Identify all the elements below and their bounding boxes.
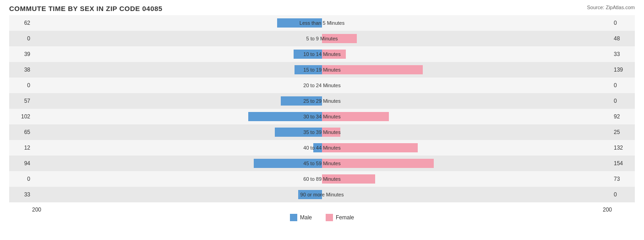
left-value: 102 — [9, 113, 32, 120]
chart-row: 0 5 to 9 Minutes 48 — [9, 31, 635, 46]
chart-row: 94 45 to 59 Minutes 154 — [9, 156, 635, 171]
row-label: 35 to 39 Minutes — [303, 129, 340, 135]
bar-section: 40 to 44 Minutes — [32, 140, 612, 156]
bar-section: 10 to 14 Minutes — [32, 46, 612, 62]
chart-row: 62 Less than 5 Minutes 0 — [9, 15, 635, 31]
right-value: 139 — [612, 67, 635, 73]
left-value: 0 — [9, 82, 32, 89]
left-value: 0 — [9, 176, 32, 182]
female-legend-label: Female — [336, 214, 354, 221]
male-legend-label: Male — [300, 214, 312, 221]
row-label: 10 to 14 Minutes — [303, 51, 340, 57]
left-value: 65 — [9, 129, 32, 135]
bar-section: 15 to 19 Minutes — [32, 62, 612, 78]
chart-row: 0 20 to 24 Minutes 0 — [9, 78, 635, 93]
chart-row: 39 10 to 14 Minutes 33 — [9, 46, 635, 62]
right-value: 25 — [612, 129, 635, 135]
left-value: 39 — [9, 51, 32, 57]
bar-section: Less than 5 Minutes — [32, 15, 612, 31]
left-value: 94 — [9, 160, 32, 167]
left-value: 0 — [9, 35, 32, 42]
chart-row: 57 25 to 29 Minutes 0 — [9, 93, 635, 109]
bar-section: 30 to 34 Minutes — [32, 109, 612, 124]
female-legend-box — [326, 214, 333, 221]
chart-row: 0 60 to 89 Minutes 73 — [9, 171, 635, 187]
right-value: 92 — [612, 113, 635, 120]
row-label: 15 to 19 Minutes — [303, 67, 340, 73]
legend-male: Male — [290, 214, 312, 221]
row-label: 5 to 9 Minutes — [306, 36, 338, 41]
row-label: 30 to 34 Minutes — [303, 114, 340, 119]
left-value: 38 — [9, 67, 32, 73]
left-value: 12 — [9, 145, 32, 151]
right-value: 73 — [612, 176, 635, 182]
axis-left: 200 — [32, 207, 41, 213]
bar-section: 90 or more Minutes — [32, 187, 612, 202]
chart-container: COMMUTE TIME BY SEX IN ZIP CODE 04085 So… — [0, 0, 644, 240]
right-value: 0 — [612, 82, 635, 89]
row-label: 90 or more Minutes — [300, 192, 344, 197]
axis-right: 200 — [603, 207, 612, 213]
male-legend-box — [290, 214, 297, 221]
axis-labels: 200 200 — [9, 207, 635, 213]
chart-row: 33 90 or more Minutes 0 — [9, 187, 635, 202]
chart-row: 102 30 to 34 Minutes 92 — [9, 109, 635, 124]
row-label: 25 to 29 Minutes — [303, 98, 340, 104]
row-label: Less than 5 Minutes — [300, 20, 344, 26]
left-value: 57 — [9, 98, 32, 104]
right-value: 48 — [612, 35, 635, 42]
row-label: 40 to 44 Minutes — [303, 145, 340, 151]
right-value: 132 — [612, 145, 635, 151]
right-value: 154 — [612, 160, 635, 167]
bar-section: 60 to 89 Minutes — [32, 171, 612, 187]
left-value: 62 — [9, 20, 32, 26]
bar-section: 25 to 29 Minutes — [32, 93, 612, 109]
bar-section: 45 to 59 Minutes — [32, 156, 612, 171]
chart-area: 62 Less than 5 Minutes 0 0 — [9, 15, 635, 205]
right-value: 0 — [612, 20, 635, 26]
source-label: Source: ZipAtlas.com — [587, 5, 635, 10]
left-value: 33 — [9, 191, 32, 198]
chart-title: COMMUTE TIME BY SEX IN ZIP CODE 04085 — [9, 5, 635, 12]
right-value: 0 — [612, 191, 635, 198]
right-value: 0 — [612, 98, 635, 104]
row-label: 20 to 24 Minutes — [303, 83, 340, 88]
chart-row: 38 15 to 19 Minutes 139 — [9, 62, 635, 78]
right-value: 33 — [612, 51, 635, 57]
row-label: 45 to 59 Minutes — [303, 161, 340, 166]
bar-section: 20 to 24 Minutes — [32, 78, 612, 93]
bar-section: 5 to 9 Minutes — [32, 31, 612, 46]
chart-row: 12 40 to 44 Minutes 132 — [9, 140, 635, 156]
legend: Male Female — [9, 214, 635, 221]
row-label: 60 to 89 Minutes — [303, 176, 340, 182]
chart-row: 65 35 to 39 Minutes 25 — [9, 124, 635, 140]
bar-section: 35 to 39 Minutes — [32, 124, 612, 140]
legend-female: Female — [326, 214, 354, 221]
